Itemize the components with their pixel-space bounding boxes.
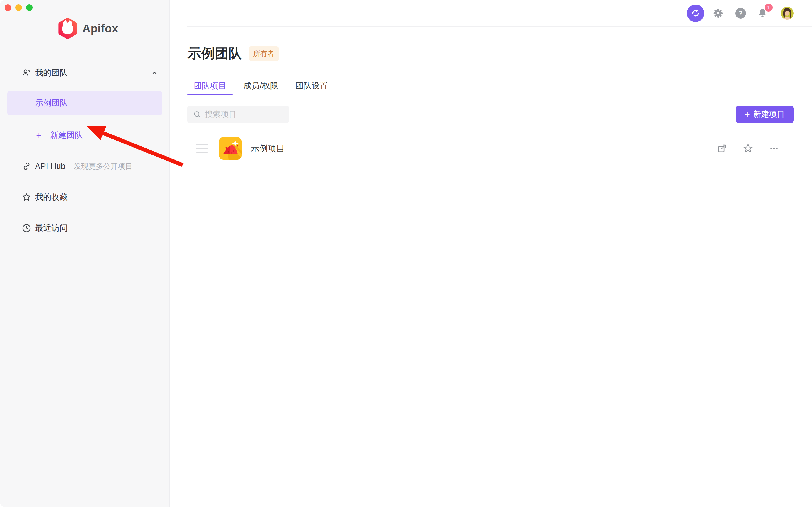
sidebar-item-favorites[interactable]: 我的收藏: [0, 188, 170, 207]
sync-button[interactable]: [687, 4, 704, 22]
notification-count-badge: 1: [765, 4, 772, 11]
window-controls: [4, 4, 33, 11]
help-button[interactable]: ?: [735, 8, 746, 18]
api-hub-hint: 发现更多公开项目: [74, 161, 133, 171]
project-more-button[interactable]: [768, 143, 779, 154]
topbar-actions: ? 1: [687, 4, 794, 22]
app-window: Apifox 我的团队 示例团队 + 新建团队: [0, 0, 812, 507]
api-hub-link-icon: [21, 161, 32, 171]
open-external-icon: [717, 143, 727, 154]
team-tabs: 团队项目 成员/权限 团队设置: [188, 76, 339, 96]
settings-button[interactable]: [713, 8, 723, 18]
tab-members-permissions[interactable]: 成员/权限: [237, 76, 285, 96]
project-row[interactable]: 示例项目: [188, 137, 794, 160]
new-project-button[interactable]: + 新建项目: [736, 106, 794, 123]
plus-icon: +: [745, 110, 750, 119]
tabs-divider: [188, 95, 794, 96]
sidebar-item-recent[interactable]: 最近访问: [0, 219, 170, 237]
recent-label: 最近访问: [35, 223, 68, 234]
user-avatar[interactable]: [781, 7, 794, 20]
team-users-icon: [21, 68, 32, 78]
page-title: 示例团队: [188, 45, 242, 62]
apifox-logo-icon: [57, 17, 78, 40]
drag-handle-icon[interactable]: [196, 144, 208, 153]
plus-icon: +: [36, 130, 42, 141]
ellipsis-icon: [769, 144, 779, 154]
favorites-label: 我的收藏: [35, 191, 68, 203]
project-search[interactable]: [188, 106, 289, 123]
favorite-project-button[interactable]: [742, 143, 754, 154]
clock-icon: [21, 223, 32, 233]
new-project-label: 新建项目: [753, 109, 785, 120]
tab-team-settings[interactable]: 团队设置: [289, 76, 334, 96]
app-name: Apifox: [82, 22, 118, 35]
minimize-window-button[interactable]: [15, 4, 22, 11]
project-thumbnail-icon: [219, 137, 242, 160]
app-logo: Apifox: [57, 17, 118, 40]
gear-icon: [713, 8, 723, 18]
sync-icon: [691, 9, 700, 18]
notifications-button[interactable]: 1: [757, 7, 768, 19]
sidebar-item-my-teams[interactable]: 我的团队: [0, 64, 170, 82]
example-team-label: 示例团队: [35, 98, 68, 109]
help-glyph: ?: [739, 10, 743, 17]
search-input[interactable]: [205, 110, 286, 119]
project-name: 示例项目: [251, 143, 285, 154]
page-header: 示例团队 所有者: [188, 45, 279, 62]
my-teams-label: 我的团队: [35, 67, 68, 78]
sidebar: Apifox 我的团队 示例团队 + 新建团队: [0, 0, 170, 507]
sidebar-item-example-team[interactable]: 示例团队: [7, 91, 162, 115]
avatar-image: [781, 7, 794, 20]
new-team-label: 新建团队: [50, 129, 83, 141]
search-icon: [193, 110, 202, 119]
close-window-button[interactable]: [4, 4, 11, 11]
maximize-window-button[interactable]: [26, 4, 33, 11]
star-icon: [21, 192, 32, 202]
api-hub-label: API Hub: [35, 162, 65, 171]
sidebar-item-api-hub[interactable]: API Hub 发现更多公开项目: [0, 157, 170, 175]
tab-team-projects[interactable]: 团队项目: [188, 76, 233, 96]
chevron-up-icon[interactable]: [151, 69, 158, 77]
open-project-button[interactable]: [716, 143, 728, 154]
topbar-divider: [188, 26, 812, 27]
star-outline-icon: [742, 143, 754, 154]
owner-role-badge: 所有者: [249, 47, 279, 61]
sidebar-item-new-team[interactable]: + 新建团队: [0, 126, 170, 145]
